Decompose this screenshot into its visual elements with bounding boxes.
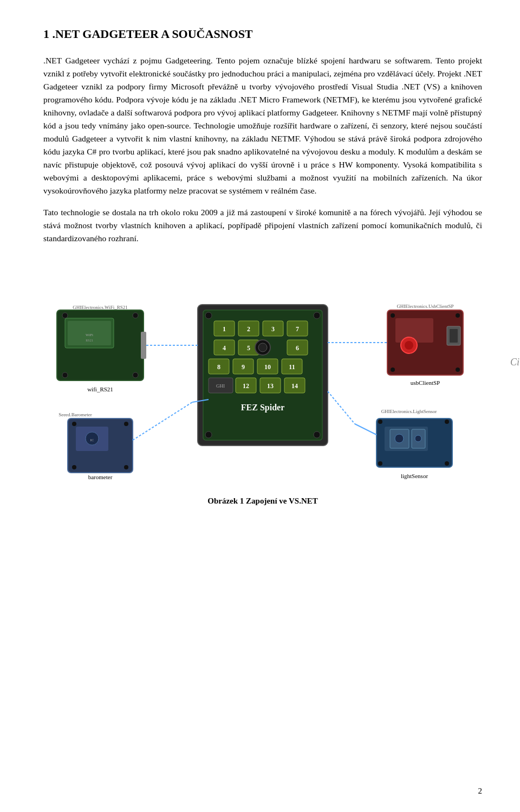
svg-text:5: 5 (247, 344, 250, 352)
svg-text:11: 11 (289, 363, 295, 371)
svg-point-78 (395, 434, 404, 443)
svg-point-47 (62, 372, 68, 378)
paragraph-1: .NET Gadgeteer vychází z pojmu Gadgeteer… (43, 54, 482, 197)
svg-point-45 (62, 313, 68, 318)
figure-svg: 1 2 3 4 5 6 7 8 9 (41, 261, 485, 489)
svg-text:GHIElectronics.UsbClientSP: GHIElectronics.UsbClientSP (396, 304, 453, 309)
svg-text:IC: IC (90, 438, 94, 442)
svg-text:13: 13 (267, 382, 274, 390)
svg-text:GHI: GHI (216, 383, 225, 389)
figure-image: 1 2 3 4 5 6 7 8 9 (41, 261, 485, 491)
svg-text:GHIElectronics.WiFi_RS21: GHIElectronics.WiFi_RS21 (73, 305, 127, 310)
svg-text:9: 9 (242, 363, 245, 371)
svg-text:FEZ Spider: FEZ Spider (241, 403, 284, 413)
svg-point-67 (405, 341, 413, 350)
svg-point-36 (205, 312, 212, 319)
svg-point-69 (456, 313, 460, 318)
svg-point-82 (378, 461, 382, 466)
svg-point-80 (378, 420, 382, 424)
page-number: 2 (478, 787, 483, 796)
svg-text:GHIElectronics.LightSensor: GHIElectronics.LightSensor (381, 409, 437, 414)
svg-text:barometer: barometer (88, 474, 113, 480)
svg-point-70 (391, 368, 395, 372)
svg-text:14: 14 (291, 382, 298, 390)
svg-text:lightSensor: lightSensor (401, 473, 428, 479)
svg-text:3: 3 (271, 325, 275, 333)
svg-text:4: 4 (223, 344, 226, 352)
svg-point-68 (391, 313, 395, 318)
svg-text:2: 2 (247, 325, 250, 333)
svg-point-57 (124, 422, 128, 426)
svg-point-56 (72, 422, 76, 426)
svg-point-81 (445, 420, 449, 424)
svg-point-71 (456, 368, 460, 372)
svg-text:Seeed.Barometer: Seeed.Barometer (58, 412, 92, 417)
figure-caption: Obrázek 1 Zapojení ve VS.NET (43, 497, 482, 506)
svg-rect-65 (450, 329, 458, 343)
svg-rect-49 (141, 332, 146, 359)
svg-text:7: 7 (296, 325, 299, 333)
svg-point-38 (205, 431, 212, 438)
svg-point-37 (314, 312, 320, 319)
corner-mark: Ci (510, 357, 519, 368)
svg-point-83 (445, 461, 449, 466)
svg-point-59 (124, 465, 128, 469)
svg-point-46 (133, 313, 138, 318)
svg-text:RS21: RS21 (86, 339, 93, 342)
paragraph-2: Tato technologie se dostala na trh okolo… (43, 206, 482, 245)
svg-point-48 (133, 372, 138, 378)
page-container: 1 .NET GADGETEER A SOUČASNOST .NET Gadge… (0, 0, 520, 812)
svg-text:wifi_RS21: wifi_RS21 (87, 386, 113, 392)
svg-point-14 (258, 343, 267, 352)
svg-point-58 (72, 465, 76, 469)
svg-text:8: 8 (217, 363, 220, 371)
svg-point-79 (415, 435, 421, 442)
svg-text:12: 12 (243, 382, 249, 390)
svg-text:6: 6 (296, 344, 299, 352)
svg-text:WiFi: WiFi (86, 333, 93, 337)
svg-text:usbClientSP: usbClientSP (411, 379, 440, 386)
svg-text:1: 1 (223, 325, 226, 333)
svg-text:10: 10 (264, 363, 271, 371)
svg-point-39 (314, 431, 320, 438)
chapter-title: 1 .NET GADGETEER A SOUČASNOST (43, 27, 482, 41)
figure-container: 1 2 3 4 5 6 7 8 9 (43, 261, 482, 491)
